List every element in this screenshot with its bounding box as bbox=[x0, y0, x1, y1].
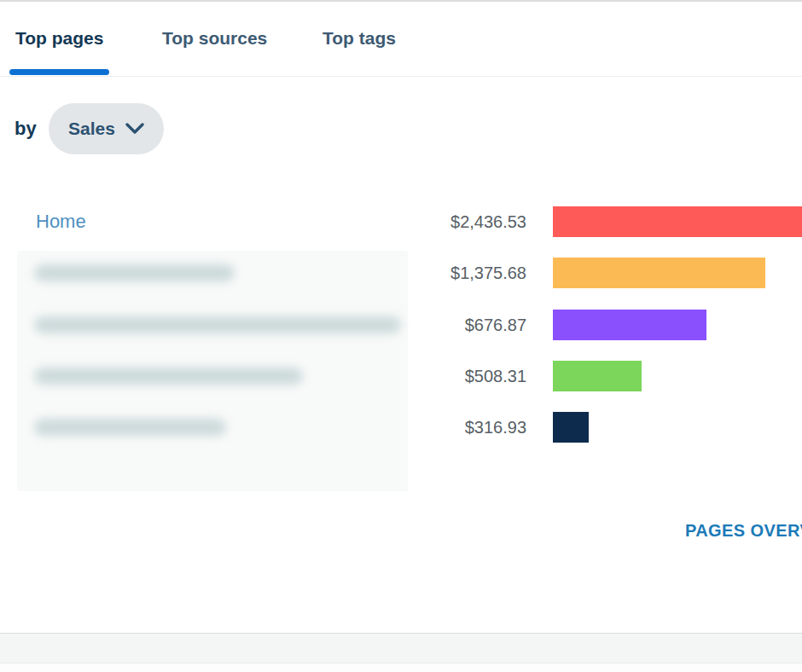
metric-dropdown[interactable]: Sales bbox=[49, 103, 164, 154]
table-row: $316.93 bbox=[0, 412, 802, 443]
sales-bar bbox=[553, 206, 802, 237]
tab-top-sources[interactable]: Top sources bbox=[162, 26, 267, 51]
sales-bar bbox=[553, 361, 642, 391]
redacted-page-label bbox=[34, 264, 235, 281]
analytics-top-pages-card: Top pages Top sources Top tags by Sales … bbox=[0, 0, 802, 672]
table-row: $1,375.68 bbox=[0, 258, 802, 288]
redacted-page-label bbox=[34, 316, 401, 333]
sales-bar bbox=[553, 412, 589, 443]
card-top-border bbox=[0, 0, 802, 2]
next-card-edge bbox=[0, 663, 802, 672]
sales-value: $676.87 bbox=[465, 310, 526, 340]
sales-value: $1,375.68 bbox=[450, 258, 526, 288]
table-row: $676.87 bbox=[0, 310, 802, 340]
tab-top-tags[interactable]: Top tags bbox=[323, 26, 396, 51]
active-tab-indicator bbox=[9, 69, 109, 75]
chevron-down-icon bbox=[125, 123, 144, 135]
filter-by-label: by bbox=[15, 118, 37, 140]
redacted-page-label bbox=[34, 368, 303, 385]
sales-value: $2,436.53 bbox=[450, 206, 526, 237]
pages-overview-link[interactable]: PAGES OVERVIEW bbox=[685, 521, 802, 541]
tabs-divider bbox=[0, 76, 802, 77]
metric-dropdown-value: Sales bbox=[68, 119, 115, 139]
page-link[interactable]: Home bbox=[36, 206, 86, 237]
sales-bar bbox=[553, 310, 706, 340]
sales-value: $508.31 bbox=[465, 361, 526, 391]
card-gap bbox=[0, 634, 802, 663]
tab-top-pages[interactable]: Top pages bbox=[15, 26, 103, 51]
sales-bar bbox=[553, 258, 765, 288]
redacted-page-label bbox=[34, 419, 226, 436]
table-row: Home$2,436.53 bbox=[0, 206, 802, 237]
table-row: $508.31 bbox=[0, 361, 802, 391]
sales-value: $316.93 bbox=[465, 412, 526, 443]
